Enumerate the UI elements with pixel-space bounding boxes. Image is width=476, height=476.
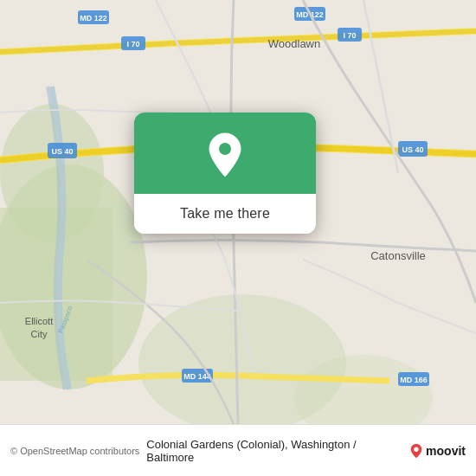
take-me-there-button[interactable]: Take me there [134, 194, 316, 234]
svg-text:MD 166: MD 166 [400, 376, 428, 384]
location-pin-icon [205, 132, 245, 178]
svg-point-30 [414, 447, 418, 451]
bottom-bar: © OpenStreetMap contributors Colonial Ga… [0, 424, 476, 476]
moovit-label: moovit [426, 444, 466, 458]
svg-text:US 40: US 40 [51, 147, 73, 156]
svg-text:MD 122: MD 122 [80, 14, 107, 23]
svg-text:I 70: I 70 [343, 31, 356, 40]
popup-green-header [134, 113, 316, 194]
popup-overlay: Take me there [134, 113, 316, 234]
moovit-logo: moovit [409, 443, 466, 459]
map-container: I 70 I 70 MD 122 MD 122 US 40 US 40 40 W… [0, 0, 476, 424]
svg-text:I 70: I 70 [126, 40, 139, 48]
svg-text:US 40: US 40 [402, 145, 423, 154]
svg-text:Ellicott: Ellicott [25, 316, 53, 326]
copyright-text: © OpenStreetMap contributors [10, 446, 139, 456]
location-name: Colonial Gardens (Colonial), Washington … [146, 438, 402, 464]
svg-text:Catonsville: Catonsville [370, 249, 426, 262]
moovit-pin-icon [409, 443, 423, 459]
bottom-info: Colonial Gardens (Colonial), Washington … [146, 438, 402, 464]
svg-text:Woodlawn: Woodlawn [268, 37, 320, 50]
svg-text:City: City [31, 329, 48, 339]
svg-point-29 [219, 143, 231, 155]
